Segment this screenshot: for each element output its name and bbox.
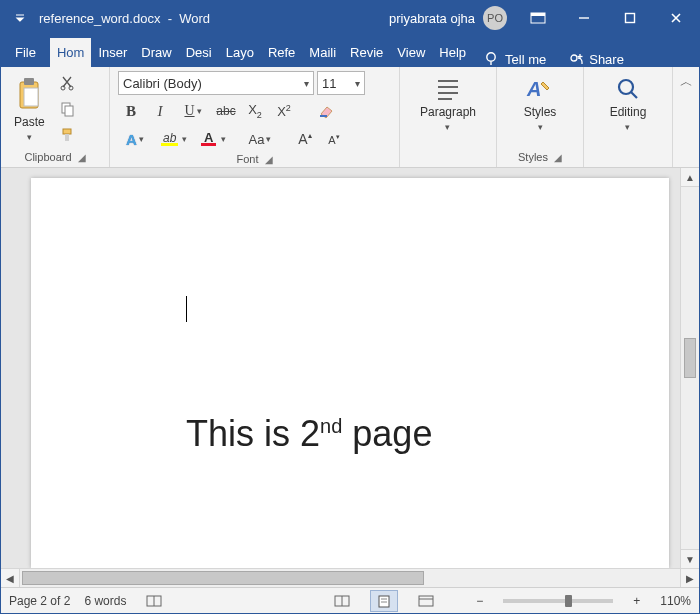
tab-review[interactable]: Revie xyxy=(343,38,390,67)
web-layout-button[interactable] xyxy=(412,590,440,612)
print-layout-icon xyxy=(376,594,392,608)
close-button[interactable] xyxy=(653,1,699,35)
chevron-up-icon: ︿ xyxy=(680,73,693,91)
tab-draw[interactable]: Draw xyxy=(134,38,178,67)
tab-view[interactable]: View xyxy=(390,38,432,67)
minimize-button[interactable] xyxy=(561,1,607,35)
dialog-launcher-icon[interactable]: ◢ xyxy=(265,154,273,165)
tab-layout[interactable]: Layo xyxy=(219,38,261,67)
print-layout-button[interactable] xyxy=(370,590,398,612)
tell-me[interactable]: Tell me xyxy=(473,51,556,67)
tab-home[interactable]: Hom xyxy=(50,38,91,67)
grow-font-button[interactable]: A▴ xyxy=(292,127,318,151)
qat-customize[interactable] xyxy=(1,11,39,25)
status-bar: Page 2 of 2 6 words − + 110% xyxy=(1,587,699,613)
zoom-level[interactable]: 110% xyxy=(660,594,691,608)
highlight-button[interactable]: ab▾ xyxy=(155,127,191,151)
strikethrough-button[interactable]: abc xyxy=(213,99,239,123)
chevron-down-icon: ▾ xyxy=(355,78,360,89)
scroll-down-button[interactable]: ▼ xyxy=(681,549,699,568)
user-name: priyabrata ojha xyxy=(389,11,475,26)
tab-file[interactable]: File xyxy=(1,38,50,67)
text-effects-button[interactable]: A▾ xyxy=(118,127,152,151)
ribbon: Paste ▾ Clipboard◢ Calibri (Body)▾ 11▾ B… xyxy=(1,67,699,168)
copy-button[interactable] xyxy=(54,97,80,121)
scroll-thumb[interactable] xyxy=(22,571,424,585)
group-styles: A Styles ▾ Styles◢ xyxy=(497,67,584,167)
dialog-launcher-icon[interactable]: ◢ xyxy=(78,152,86,163)
scroll-track[interactable] xyxy=(20,569,680,587)
ribbon-display-options[interactable] xyxy=(515,1,561,35)
copy-icon xyxy=(59,101,75,117)
document-title: reference_word.docx xyxy=(39,11,160,26)
format-painter-button[interactable] xyxy=(54,123,80,147)
editing-button[interactable]: Editing ▾ xyxy=(605,71,652,147)
svg-rect-11 xyxy=(24,88,38,106)
shrink-font-button[interactable]: A▾ xyxy=(321,127,347,151)
page[interactable]: This is 2nd page xyxy=(31,178,669,568)
search-icon xyxy=(615,76,641,102)
svg-rect-17 xyxy=(65,134,69,141)
zoom-slider[interactable] xyxy=(503,599,613,603)
zoom-out-button[interactable]: − xyxy=(476,594,483,608)
tab-design[interactable]: Desi xyxy=(179,38,219,67)
read-mode-icon xyxy=(333,594,351,608)
horizontal-scrollbar[interactable]: ◀ ▶ xyxy=(1,568,699,587)
read-mode-button[interactable] xyxy=(328,590,356,612)
paste-icon xyxy=(14,76,44,112)
superscript-button[interactable]: X2 xyxy=(271,99,297,123)
change-case-button[interactable]: Aa▾ xyxy=(242,127,278,151)
maximize-button[interactable] xyxy=(607,1,653,35)
proofing-button[interactable] xyxy=(140,590,168,612)
svg-rect-15 xyxy=(65,106,73,116)
paragraph-icon xyxy=(434,76,462,102)
svg-line-28 xyxy=(631,92,637,98)
titlebar: reference_word.docx - Word priyabrata oj… xyxy=(1,1,699,35)
chevron-down-icon: ▾ xyxy=(304,78,309,89)
svg-rect-1 xyxy=(531,13,545,16)
scroll-left-button[interactable]: ◀ xyxy=(1,569,20,587)
font-color-button[interactable]: A▾ xyxy=(194,127,230,151)
group-label: Clipboard xyxy=(24,151,71,163)
subscript-button[interactable]: X2 xyxy=(242,99,268,123)
bold-button[interactable]: B xyxy=(118,99,144,123)
italic-button[interactable]: I xyxy=(147,99,173,123)
svg-text:A: A xyxy=(204,130,214,145)
cut-button[interactable] xyxy=(54,71,80,95)
font-color-icon: A xyxy=(199,130,221,148)
clear-formatting-button[interactable] xyxy=(313,99,339,123)
paste-button[interactable]: Paste ▾ xyxy=(9,71,50,147)
tab-mailings[interactable]: Maili xyxy=(302,38,343,67)
group-label: Font xyxy=(236,153,258,165)
tab-insert[interactable]: Inser xyxy=(91,38,134,67)
zoom-knob[interactable] xyxy=(565,595,572,607)
collapse-ribbon-button[interactable]: ︿ xyxy=(672,67,699,167)
group-clipboard: Paste ▾ Clipboard◢ xyxy=(1,67,110,167)
svg-point-27 xyxy=(619,80,633,94)
styles-button[interactable]: A Styles ▾ xyxy=(519,71,562,147)
share-button[interactable]: Share xyxy=(556,51,636,67)
lightbulb-icon xyxy=(483,51,499,67)
scroll-up-button[interactable]: ▲ xyxy=(681,168,699,187)
zoom-in-button[interactable]: + xyxy=(633,594,640,608)
underline-button[interactable]: U▾ xyxy=(176,99,210,123)
share-icon xyxy=(568,51,584,67)
paragraph-button[interactable]: Paragraph ▾ xyxy=(415,71,481,147)
text-cursor xyxy=(186,296,187,322)
styles-icon: A xyxy=(525,76,555,102)
cut-icon xyxy=(59,75,75,91)
page-indicator[interactable]: Page 2 of 2 xyxy=(9,594,70,608)
styles-label: Styles xyxy=(524,105,557,119)
svg-text:A: A xyxy=(526,78,541,100)
chevron-down-icon: ▾ xyxy=(538,122,543,132)
word-count[interactable]: 6 words xyxy=(84,594,126,608)
vertical-scrollbar[interactable]: ▲ ▼ xyxy=(680,168,699,568)
font-name-combo[interactable]: Calibri (Body)▾ xyxy=(118,71,314,95)
scroll-thumb[interactable] xyxy=(684,338,696,378)
scroll-right-button[interactable]: ▶ xyxy=(680,569,699,587)
tab-help[interactable]: Help xyxy=(432,38,473,67)
dialog-launcher-icon[interactable]: ◢ xyxy=(554,152,562,163)
font-size-combo[interactable]: 11▾ xyxy=(317,71,365,95)
tab-references[interactable]: Refe xyxy=(261,38,302,67)
account-area[interactable]: priyabrata ojha PO xyxy=(389,6,507,30)
